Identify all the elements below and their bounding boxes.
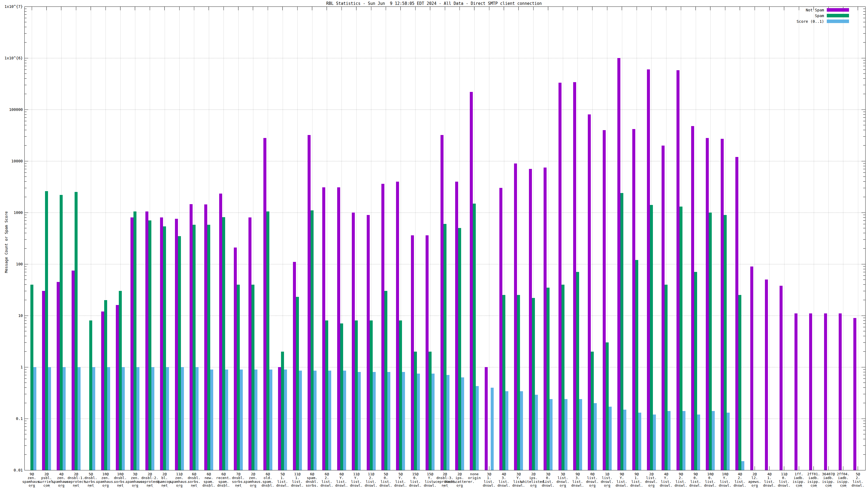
y-tick-label: 100000 — [1, 107, 23, 112]
x-category-label: 4@ Y. list. dnswl. org origin — [660, 472, 673, 488]
y-tick-label: 100 — [1, 262, 23, 266]
x-category-label: 2ff01. iadb. isipp. com origin — [807, 472, 820, 488]
x-category-label: 3@ list. dnswl. org origin — [557, 472, 569, 488]
x-category-label: 5@ 1. list. dnswl. org origin — [276, 472, 289, 488]
x-category-label: 9@ Y. list. dnswl. org origin — [616, 472, 628, 488]
x-category-label: 2@ list. dnswl. org origin — [645, 472, 658, 488]
legend-label-not-spam: Not Spam — [806, 8, 824, 12]
x-category-label: 5@ dnsbl. sorbs. net origin — [84, 472, 97, 488]
y-tick-label: 0.1 — [1, 416, 23, 421]
x-category-label: 10@ 0. list. dnswl. org origin — [704, 472, 717, 488]
x-category-label: 1@ list. dnswl. org origin — [601, 472, 614, 488]
legend-label-score: Score (0..1) — [797, 19, 824, 24]
x-category-label: 5@ 0. list. dnswl. org origin — [379, 472, 392, 488]
x-category-label: 9@ 0. list. dnswl. org origin — [689, 472, 702, 488]
x-category-label: 9@ 1. list. dnswl. org origin — [630, 472, 643, 488]
x-category-label: 36407@ iadb. isipp. com origin — [822, 472, 835, 488]
x-category-label: 6@ recent. spam. dnsbl. sorbs. net origi… — [216, 472, 231, 488]
x-category-label: 4@ 3. list. dnswl. org origin — [497, 472, 510, 488]
x-category-label: 2ff04. iadb. isipp. com origin — [837, 472, 849, 488]
x-category-label: 11@ 0. list. dnswl. org origin — [778, 472, 790, 488]
legend-item-not-spam: Not Spam — [797, 7, 849, 13]
x-category-label: 6@ spam. dnsbl. sorbs. net origin — [306, 472, 318, 488]
legend-item-spam: Spam — [797, 13, 849, 19]
x-category-label: 9@ 2. list. dnswl. org origin — [675, 472, 687, 488]
rbl-statistics-chart: RBL Statistics - Sun Jun 9 12:58:05 EDT … — [0, 0, 868, 488]
y-tick-label: 1x10^{6} — [1, 56, 23, 60]
plot-border — [24, 6, 866, 470]
legend-label-spam: Spam — [815, 13, 824, 18]
x-category-label: 2@ zen. spamhaus. org origin — [244, 472, 262, 488]
x-category-label: 11@ Y. list. dnswl. org origin — [350, 472, 363, 488]
chart-title: RBL Statistics - Sun Jun 9 12:58:05 EDT … — [0, 1, 868, 6]
x-category-label: 2@ l2. apews. org origin — [748, 472, 761, 488]
x-category-label: 11@ zen. spamhaus. org origin — [170, 472, 189, 488]
x-category-label: 5@ Y. list. dnswl. org origin — [394, 472, 407, 488]
x-category-label: 7@ dnsbl. sorbs. net origin — [232, 472, 245, 488]
x-category-label: 1ff. iadb. isipp. com origin — [793, 472, 805, 488]
legend-swatch-not-spam — [827, 8, 849, 12]
x-category-label: 6@ old. spam. dnsbl. sorbs. net origin — [261, 472, 274, 488]
y-tick-label: 1 — [1, 365, 23, 369]
x-category-label: 10@ zen. spamhaus. org origin — [96, 472, 115, 488]
y-tick-label: 10 — [1, 314, 23, 318]
legend: Not Spam Spam Score (0..1) — [797, 7, 849, 24]
x-category-label: 6@ Y. list. dnswl. org origin — [335, 472, 348, 488]
x-category-label: 4@ 1. list. dnswl. org origin — [763, 472, 776, 488]
x-category-label: 6@ 2. list. dnswl. org origin — [320, 472, 333, 488]
x-category-label: 0@ list. dnswl. org origin — [586, 472, 599, 488]
y-tick-label: 10000 — [1, 159, 23, 163]
x-category-label: 3@ 1. list. dnswl. org origin — [483, 472, 496, 488]
x-category-label: 5@ 2. list. dnswl. org origin — [851, 472, 864, 488]
x-category-label: 4@ 2. list. dnswl. org origin — [734, 472, 746, 488]
y-tick-label: 1000 — [1, 210, 23, 215]
y-tick-label: 0.01 — [1, 468, 23, 472]
x-category-label: 6@ dnsbl. sorbs. net origin — [188, 472, 200, 488]
x-category-label: 6@ new. spam. dnsbl. sorbs. net origin — [203, 472, 215, 488]
x-category-label: none origin — [468, 472, 480, 480]
y-axis-title: Message Count or Spam Score — [4, 188, 8, 296]
x-category-label: 10@ dnsbl. sorbs. net origin — [114, 472, 127, 488]
x-category-label: 11@ 1. list. dnswl. org origin — [291, 472, 304, 488]
x-category-label: 15@ 0. list. dnswl. org origin — [409, 472, 422, 488]
x-category-label: 11@ 2. list. dnswl. org origin — [365, 472, 378, 488]
legend-swatch-score — [827, 20, 849, 23]
x-category-label: 3@ 0. list. dnswl. org origin — [542, 472, 554, 488]
x-category-label: 10@ Y. list. dnswl. org origin — [719, 472, 732, 488]
y-tick-label: 1x10^{7} — [1, 4, 23, 9]
legend-item-score: Score (0..1) — [797, 19, 849, 24]
legend-swatch-spam — [827, 14, 849, 18]
x-category-label: 9@ 3. list. dnswl. org origin — [571, 472, 584, 488]
